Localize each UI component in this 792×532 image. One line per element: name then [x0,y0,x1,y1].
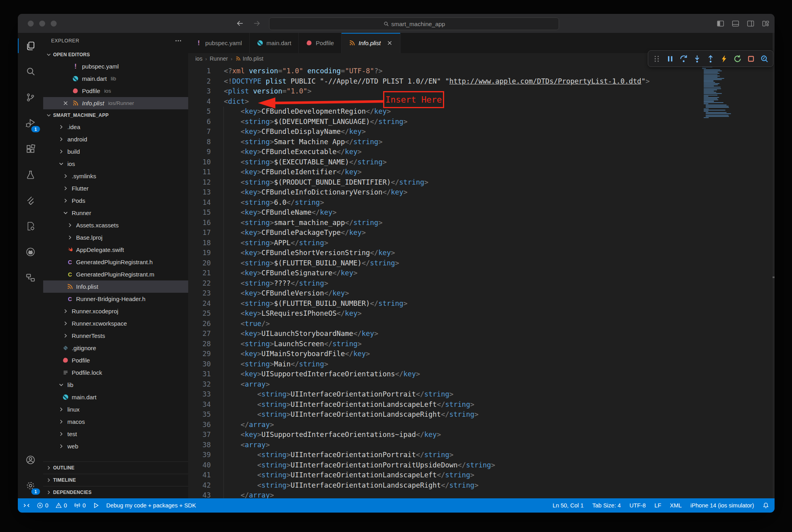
minimap[interactable] [700,64,773,143]
tree-item-GeneratedPluginRegistrant.h[interactable]: CGeneratedPluginRegistrant.h [43,256,188,268]
tree-item-main.dart[interactable]: main.dart [43,391,188,403]
activity-item-settings[interactable]: 1 [18,473,43,498]
tree-item-.idea[interactable]: .idea [43,121,188,133]
window-zoom-button[interactable] [51,21,57,27]
nav-forward-icon[interactable] [252,18,262,29]
line-number: 13 [188,187,211,198]
debug-stop-button[interactable] [746,53,756,64]
activity-item-run-debug[interactable]: 1 [18,110,43,136]
tree-item-Pods[interactable]: Pods [43,194,188,207]
activity-item-explorer[interactable] [18,33,43,59]
command-center-search[interactable]: smart_machine_app [269,17,559,30]
insert-here-annotation: Insert Here [383,91,444,108]
open-editor-Info.plist[interactable]: Info.plistios/Runner [43,97,188,109]
status-text-right-5[interactable]: iPhone 14 (ios simulator) [691,502,754,509]
tree-item-Runner[interactable]: Runner [43,207,188,219]
views-and-more-actions-icon[interactable] [175,37,182,44]
activity-item-extensions[interactable] [18,136,43,162]
status-bell-right-6[interactable] [763,502,769,509]
project-root-header[interactable]: SMART_MACHINE_APP [43,109,188,121]
code-editor[interactable]: Insert Here 1<?xml version="1.0" encodin… [188,64,775,498]
tab-Podfile[interactable]: Podfile [299,33,342,53]
toggle-panel-icon[interactable] [731,19,740,28]
status-text-right-2[interactable]: UTF-8 [630,502,646,509]
tree-item-Runner.xcodeproj[interactable]: Runner.xcodeproj [43,305,188,317]
customize-layout-icon[interactable] [761,19,770,28]
chevron-down-icon [58,160,65,167]
debug-step-out-button[interactable] [705,53,716,64]
breadcrumb-item-Info.plist[interactable]: Info.plist [235,55,263,62]
debug-widget-inspector-button[interactable] [760,53,770,64]
tree-item-test[interactable]: test [43,428,188,440]
debug-drag-handle-button[interactable] [651,53,662,64]
close-editor-icon[interactable] [62,100,69,107]
tree-item-linux[interactable]: linux [43,403,188,416]
activity-item-search[interactable] [18,59,43,84]
tree-item-Podfile[interactable]: Podfile [43,354,188,366]
tree-item-web[interactable]: web [43,440,188,452]
tree-item-.symlinks[interactable]: .symlinks [43,170,188,182]
activity-item-testing[interactable] [18,162,43,187]
sash-handle[interactable] [773,276,775,278]
activity-item-remote-explorer[interactable] [18,265,43,290]
tree-item-ios[interactable]: ios [43,158,188,170]
debug-hot-reload-button[interactable] [719,53,729,64]
status-text-right-4[interactable]: XML [670,502,682,509]
toggle-secondary-sidebar-icon[interactable] [746,19,755,28]
window-close-button[interactable] [28,21,34,27]
status-text-right-0[interactable]: Ln 50, Col 1 [553,502,584,509]
debug-restart-button[interactable] [733,53,743,64]
window-minimize-button[interactable] [39,21,45,27]
tree-item-Runner.xcworkspace[interactable]: Runner.xcworkspace [43,317,188,330]
activity-item-flutter[interactable] [18,187,43,213]
open-editor-Podfile[interactable]: Podfileios [43,85,188,97]
activity-item-source-control[interactable] [18,84,43,110]
status-text-left-5[interactable]: Debug my code + packages + SDK [106,502,196,509]
open-editor-pubspec.yaml[interactable]: !pubspec.yaml [43,60,188,72]
tree-item-Base.lproj[interactable]: Base.lproj [43,231,188,244]
tree-item-GeneratedPluginRegistrant.m[interactable]: CGeneratedPluginRegistrant.m [43,268,188,280]
tab-pubspec.yaml[interactable]: !pubspec.yaml [188,33,250,53]
sidebar-section-dependencies[interactable]: DEPENDENCIES [43,486,188,498]
status-remote-left-0[interactable] [23,502,30,509]
tree-item-.gitignore[interactable]: .gitignore [43,342,188,354]
toggle-primary-sidebar-icon[interactable] [716,19,725,28]
status-error-left-1[interactable]: 0 [37,502,48,509]
debug-step-into-button[interactable] [692,53,702,64]
status-ports-left-3[interactable]: 0 [74,502,86,509]
status-text-right-1[interactable]: Tab Size: 4 [592,502,621,509]
tree-item-Podfile.lock[interactable]: Podfile.lock [43,366,188,379]
tree-item-android[interactable]: android [43,133,188,145]
tree-item-Assets.xcassets[interactable]: Assets.xcassets [43,219,188,231]
sidebar-bottom-sections: OUTLINETIMELINEDEPENDENCIES [43,461,188,498]
tree-item-build[interactable]: build [43,145,188,158]
tree-item-Info.plist[interactable]: Info.plist [43,280,188,293]
status-text-right-3[interactable]: LF [655,502,661,509]
tree-item-macos[interactable]: macos [43,416,188,428]
open-editor-main.dart[interactable]: main.dartlib [43,72,188,85]
tree-item-lib[interactable]: lib [43,379,188,391]
tree-item-Flutter[interactable]: Flutter [43,182,188,194]
nav-back-icon[interactable] [235,18,245,29]
tree-item-AppDelegate.swift[interactable]: AppDelegate.swift [43,244,188,256]
open-editors-header[interactable]: OPEN EDITORS [43,49,188,60]
tab-close-icon[interactable] [386,40,393,46]
sidebar-section-outline[interactable]: OUTLINE [43,461,188,474]
project-root-label: SMART_MACHINE_APP [53,113,109,118]
tab-main.dart[interactable]: main.dart [250,33,299,53]
breadcrumb-item-ios[interactable]: ios [195,55,202,62]
activity-item-accounts[interactable] [18,447,43,473]
debug-step-over-button[interactable] [678,53,689,64]
debug-pause-button[interactable] [665,53,675,64]
status-warning-left-2[interactable]: 0 [55,502,67,509]
activity-item-github[interactable] [18,239,43,265]
activity-item-devtools[interactable] [18,213,43,239]
tree-item-Runner-Bridging-Header.h[interactable]: CRunner-Bridging-Header.h [43,293,188,305]
line-number: 4 [188,97,211,107]
status-debug-run-left-4[interactable] [93,502,99,509]
tree-item-RunnerTests[interactable]: RunnerTests [43,330,188,342]
sidebar-section-timeline[interactable]: TIMELINE [43,474,188,486]
tab-Info.plist[interactable]: Info.plist [342,33,401,53]
editor-right-edge[interactable] [773,33,775,498]
breadcrumb-item-Runner[interactable]: Runner [210,55,228,62]
